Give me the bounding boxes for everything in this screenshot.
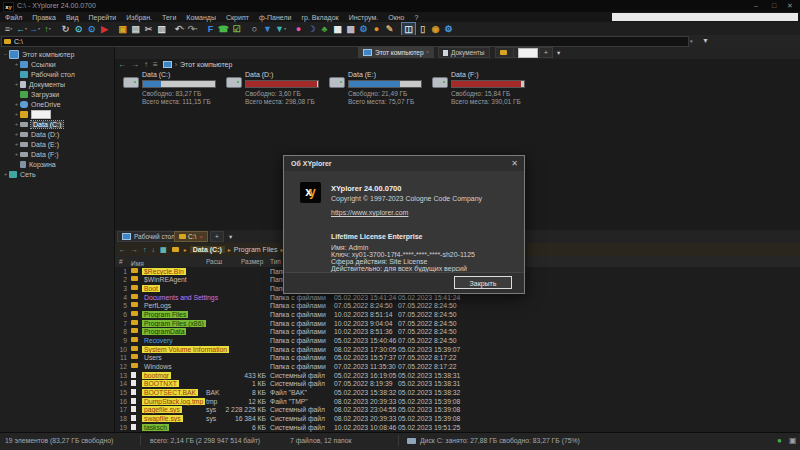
pane-up-icon[interactable]: ↑ bbox=[144, 60, 148, 69]
address-filter-icon[interactable]: ▼ bbox=[702, 37, 709, 44]
sphere-orange-icon[interactable]: ● bbox=[370, 23, 383, 35]
drive-Data (C:)[interactable]: Data (C:)Свободно: 83,27 ГБВсего места: … bbox=[123, 71, 223, 113]
tree-expander-icon[interactable]: − bbox=[2, 51, 9, 57]
calculator-icon[interactable]: ▩ bbox=[344, 23, 357, 35]
tree-expander-icon[interactable]: + bbox=[13, 81, 20, 87]
tree-expander-icon[interactable]: + bbox=[13, 151, 20, 157]
breadcrumb-segment[interactable]: Program Files bbox=[234, 246, 278, 253]
tree-item-OneDrive[interactable]: +OneDrive bbox=[0, 99, 127, 109]
table-row[interactable]: 19tasksch6 КБСистемный файл10.02.2023 10… bbox=[115, 423, 800, 432]
dropdown-caret-icon[interactable]: ▾ bbox=[49, 26, 51, 31]
maximize-button[interactable]: □ bbox=[766, 1, 782, 11]
filter-teal-icon[interactable]: ▼▾ bbox=[274, 23, 287, 35]
dropdown-caret-icon[interactable]: ▾ bbox=[10, 26, 12, 31]
tree-expander-icon[interactable]: + bbox=[2, 171, 9, 177]
table-row[interactable]: 15BOOTSECT.BAKBAK8 КБФайл "BAK"05.02.202… bbox=[115, 389, 800, 398]
tab-C:\[interactable]: C:\× bbox=[174, 231, 208, 242]
brush-icon[interactable]: ✎ bbox=[383, 23, 396, 35]
dialog-close-icon[interactable]: ✕ bbox=[511, 159, 518, 168]
address-input[interactable]: C:\ bbox=[1, 36, 689, 47]
tab-close-icon[interactable]: × bbox=[199, 234, 203, 240]
pane-nav-icon[interactable]: → bbox=[131, 246, 138, 253]
menu-item-грВкладок[interactable]: гр. Вкладок bbox=[296, 14, 343, 21]
table-row[interactable]: 7Program Files (x86)Папка с файлами10.02… bbox=[115, 319, 800, 328]
close-button[interactable]: ✕ bbox=[782, 1, 798, 11]
drive-Data (F:)[interactable]: Data (F:)Свободно: 15,84 ГБВсего места: … bbox=[432, 71, 532, 113]
mini-tree-icon[interactable]: ◉ bbox=[429, 23, 442, 35]
tree-expander-icon[interactable]: + bbox=[13, 101, 20, 107]
tree-item-Рабочий стол[interactable]: Рабочий стол bbox=[0, 69, 127, 79]
forward-icon[interactable]: →▾ bbox=[28, 23, 41, 35]
breadcrumb-root[interactable]: Data (C:) bbox=[190, 246, 225, 253]
status-tray-icon[interactable]: ▣ bbox=[789, 436, 797, 445]
menu-item-Файл[interactable]: Файл bbox=[0, 14, 27, 21]
undo-icon[interactable]: ↶▾ bbox=[173, 23, 186, 35]
table-row[interactable]: 8ProgramDataПапка с файлами10.02.2023 8:… bbox=[115, 328, 800, 337]
menu-item-[interactable]: ? bbox=[410, 14, 424, 21]
pane-back-icon[interactable]: ← bbox=[118, 60, 126, 69]
copy-icon[interactable]: ▤ bbox=[129, 23, 142, 35]
tab-Рабочий стол[interactable]: Рабочий стол bbox=[117, 231, 180, 242]
table-row[interactable]: 12WindowsПапка с файлами07.02.2023 11:35… bbox=[115, 362, 800, 371]
menu-item-Инструм[interactable]: Инструм. bbox=[344, 14, 384, 21]
tree-item-Data (E:)[interactable]: +Data (E:) bbox=[0, 139, 127, 149]
pane-nav-icon[interactable]: ▦ bbox=[160, 246, 167, 254]
tree-item-Сеть[interactable]: +Сеть bbox=[0, 169, 116, 179]
tree-icon[interactable]: ♣ bbox=[318, 23, 331, 35]
tree-expander-icon[interactable]: + bbox=[13, 131, 20, 137]
menu-item-Команды[interactable]: Команды bbox=[181, 14, 221, 21]
paste-icon[interactable]: ▥ bbox=[155, 23, 168, 35]
menu-item-фПанели[interactable]: ф-Панели bbox=[254, 14, 297, 21]
refresh-icon[interactable]: ↻ bbox=[59, 23, 72, 35]
pane-menu-icon[interactable]: ≡ bbox=[153, 60, 158, 69]
pane-forward-icon[interactable]: → bbox=[131, 60, 139, 69]
new-tab-button[interactable]: + bbox=[539, 47, 553, 58]
menu-item-Скрипт[interactable]: Скрипт bbox=[221, 14, 254, 21]
find-icon[interactable]: ○ bbox=[248, 23, 261, 35]
pane-nav-icon[interactable]: ← bbox=[119, 246, 126, 253]
gear-icon[interactable]: ⚙ bbox=[357, 23, 370, 35]
table-row[interactable]: 11UsersПапка с файлами05.02.2023 15:57:3… bbox=[115, 354, 800, 363]
new-tab-button[interactable]: + bbox=[210, 231, 224, 242]
flat-view-icon[interactable]: F bbox=[204, 23, 217, 35]
tree-expander-icon[interactable]: + bbox=[13, 141, 20, 147]
menu-item-Избран[interactable]: Избран. bbox=[121, 14, 157, 21]
tab-close-icon[interactable]: ˣ bbox=[427, 50, 429, 56]
table-row[interactable]: 6Program FilesПапка с файлами10.02.2023 … bbox=[115, 310, 800, 319]
up-icon[interactable]: ↑▾ bbox=[41, 23, 54, 35]
table-row[interactable]: 4Documents and SettingsПапка с файлами05… bbox=[115, 293, 800, 302]
table-row[interactable]: 13bootmgr433 КБСистемный файл05.02.2023 … bbox=[115, 371, 800, 380]
tree-item-Data (C:)[interactable]: +Data (C:) bbox=[0, 119, 127, 129]
table-row[interactable]: 18swapfile.syssys16 384 КБСистемный файл… bbox=[115, 415, 800, 424]
menu-list-icon[interactable]: ≡▾ bbox=[2, 23, 15, 35]
dropdown-caret-icon[interactable]: ▾ bbox=[25, 26, 27, 31]
new-folder-icon[interactable]: ▣ bbox=[116, 23, 129, 35]
tree-expander-icon[interactable]: + bbox=[13, 111, 20, 117]
tree-item-Data (D:)[interactable]: +Data (D:) bbox=[0, 129, 127, 139]
grid-icon[interactable]: ▦ bbox=[331, 23, 344, 35]
table-row[interactable]: 10System Volume InformationПапка с файла… bbox=[115, 345, 800, 354]
menu-item-Окно[interactable]: Окно bbox=[383, 14, 409, 21]
table-row[interactable]: 16DumpStack.log.tmptmp12 КБФайл "TMP"08.… bbox=[115, 397, 800, 406]
filter-blue-icon[interactable]: ▼ bbox=[261, 23, 274, 35]
tree-item-blank[interactable]: + bbox=[0, 109, 127, 119]
menu-item-Теги[interactable]: Теги bbox=[157, 14, 181, 21]
tree-expander-icon[interactable]: + bbox=[13, 121, 20, 127]
column-size[interactable]: Размер bbox=[241, 258, 263, 265]
dialog-title-bar[interactable]: Об XYplorer ✕ bbox=[284, 156, 524, 171]
menu-item-Правка[interactable]: Правка bbox=[27, 14, 61, 21]
checkbox-panel-icon[interactable]: ☑ bbox=[230, 23, 243, 35]
pane-nav-icon[interactable]: ↓ bbox=[152, 246, 156, 253]
tools-icon[interactable]: ⚙ bbox=[442, 23, 455, 35]
table-row[interactable]: 17pagefile.syssys2 228 225 КБСистемный ф… bbox=[115, 406, 800, 415]
tree-item-Корзина[interactable]: Корзина bbox=[0, 159, 127, 169]
drive-Data (E:)[interactable]: Data (E:)Свободно: 21,49 ГБВсего места: … bbox=[329, 71, 429, 113]
table-row[interactable]: 5PerfLogsПапка с файлами07.05.2022 8:24:… bbox=[115, 302, 800, 311]
single-pane-icon[interactable]: ▯ bbox=[416, 23, 429, 35]
dropdown-caret-icon[interactable]: ▾ bbox=[182, 26, 184, 31]
dropdown-caret-icon[interactable]: ▾ bbox=[284, 26, 286, 31]
rename-box[interactable] bbox=[31, 110, 51, 119]
zoom-in-icon[interactable]: ⊙ bbox=[85, 23, 98, 35]
pane-nav-icon[interactable]: ↑ bbox=[143, 246, 147, 253]
drive-Data (D:)[interactable]: Data (D:)Свободно: 3,60 ГБВсего места: 2… bbox=[226, 71, 326, 113]
